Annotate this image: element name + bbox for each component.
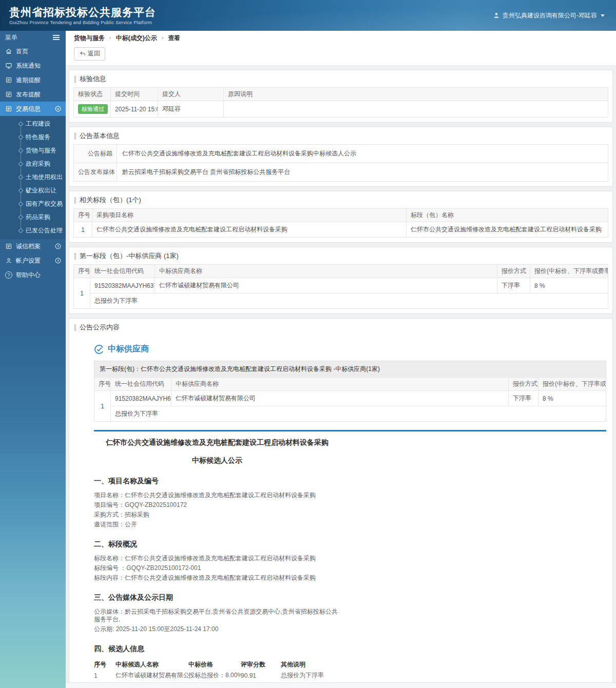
verify-person-cell: 邓廷容 bbox=[158, 101, 224, 117]
document-icon bbox=[5, 76, 12, 84]
table-header-row: 序号 统一社会信用代码 中标供应商名称 报价方式 报价(中标价、下浮率或费率) bbox=[74, 265, 608, 278]
col-header: 提交人 bbox=[158, 88, 224, 101]
archive-icon bbox=[5, 243, 12, 250]
quote-method-cell: 下浮率 bbox=[497, 278, 530, 293]
doc-section-1-heading: 一、项目名称及编号 bbox=[94, 477, 340, 486]
sidebar-item-help-center[interactable]: ? 帮助中心 bbox=[0, 268, 66, 282]
cand-note: 总报价为下浮率 bbox=[281, 670, 340, 681]
sidebar-subitem-gov-procurement[interactable]: 政府采购 bbox=[0, 157, 66, 170]
breadcrumb: 货物与服务 › 中标(成交)公示 › 查看 bbox=[66, 31, 616, 44]
caret-down-icon bbox=[601, 14, 605, 17]
col-header: 原因说明 bbox=[224, 88, 608, 101]
sidebar-item-label: 系统通知 bbox=[16, 62, 62, 70]
verify-time-cell: 2025-11-20 15:06 bbox=[111, 101, 158, 117]
panel-basic-info: 公告基本信息 公告标题 仁怀市公共交通设施维修改造及充电桩配套建设工程启动材料设… bbox=[69, 127, 613, 187]
cand-score: 90.91 bbox=[241, 670, 281, 681]
section-title-text: 第一标段（包）-中标供应商 (1家) bbox=[80, 251, 179, 261]
user-menu[interactable]: 贵州弘典建设咨询有限公司-邓廷容 bbox=[493, 11, 605, 20]
col-header: 评审分数 bbox=[241, 659, 281, 670]
chevron-right-circle-icon bbox=[54, 257, 62, 264]
sidebar-subitem-engineering[interactable]: 工程建设 bbox=[0, 117, 66, 130]
inner-table-caption: 第一标段(包)：仁怀市公共交通设施维修改造及充电桩配套建设工程启动材料设备采购 … bbox=[94, 361, 606, 377]
col-header: 序号 bbox=[94, 378, 111, 391]
inner-winner-table: 序号 统一社会信用代码 中标供应商名称 报价方式 报价(中标价、下浮率或费率) … bbox=[94, 377, 606, 422]
sidebar-subitem-special-services[interactable]: 特色服务 bbox=[0, 130, 66, 144]
section-marker bbox=[74, 253, 76, 260]
inner-winner-block: 第一标段(包)：仁怀市公共交通设施维修改造及充电桩配套建设工程启动材料设备采购 … bbox=[94, 361, 606, 422]
section-title-basic: 公告基本信息 bbox=[73, 129, 608, 144]
cand-name: 仁怀市诚硕建材贸易有限公司 bbox=[116, 670, 188, 681]
back-button-label: 返回 bbox=[88, 49, 100, 58]
doc-line: 采购方式：招标采购 bbox=[94, 511, 340, 519]
hamburger-icon[interactable] bbox=[53, 35, 60, 40]
sidebar-item-credit-archive[interactable]: 诚信档案 bbox=[0, 239, 66, 253]
sidebar-item-account-settings[interactable]: 帐户设置 bbox=[0, 253, 66, 268]
winner-supplier-heading: 中标供应商 bbox=[94, 344, 608, 355]
field-label: 公告标题 bbox=[74, 145, 117, 163]
table-header-row: 序号 统一社会信用代码 中标供应商名称 报价方式 报价(中标价、下浮率或费率) bbox=[94, 378, 606, 391]
field-value: 仁怀市公共交通设施维修改造及充电桩配套建设工程启动材料设备采购中标候选人公示 bbox=[117, 145, 608, 163]
sidebar-item-label: 逾期提醒 bbox=[16, 76, 62, 85]
row-index-cell: 1 bbox=[74, 222, 92, 238]
sidebar-subitem-mining-rights[interactable]: 矿业权出让 bbox=[0, 184, 66, 197]
sidebar-subitem-drug-procurement[interactable]: 药品采购 bbox=[0, 210, 66, 224]
sidebar-subitem-state-property[interactable]: 国有产权交易 bbox=[0, 197, 66, 210]
doc-line: 标段内容：仁怀市公共交通设施维修改造及充电桩配套建设工程启动材料设备采购 bbox=[94, 574, 340, 582]
sidebar-item-trade-info[interactable]: 交易信息 bbox=[0, 102, 66, 116]
status-badge: 核验通过 bbox=[78, 104, 108, 114]
quote-value-cell: 8 % bbox=[530, 278, 608, 293]
basic-info-table: 公告标题 仁怀市公共交通设施维修改造及充电桩配套建设工程启动材料设备采购中标候选… bbox=[73, 144, 608, 182]
sidebar-item-overdue-reminder[interactable]: 逾期提醒 bbox=[0, 73, 66, 87]
table-row: 公告发布媒体 黔云招采电子招标采购交易平台 贵州省招标投标公共服务平台 bbox=[74, 163, 608, 182]
doc-line: 公示期: 2025-11-20 15:00至2025-11-24 17:00 bbox=[94, 625, 340, 633]
chevron-right-circle-icon bbox=[54, 243, 62, 250]
question-circle-icon: ? bbox=[5, 271, 12, 279]
col-header: 中标供应商名称 bbox=[155, 265, 497, 278]
top-header: 贵州省招标投标公共服务平台 GuiZhou Province Tendering… bbox=[0, 0, 616, 31]
col-header: 统一社会信用代码 bbox=[111, 378, 171, 391]
sidebar-menu-header: 菜单 bbox=[0, 31, 66, 44]
breadcrumb-separator: › bbox=[162, 34, 164, 41]
section-marker bbox=[74, 324, 76, 331]
section-title-text: 公告公示内容 bbox=[80, 323, 120, 332]
table-row: 1 仁怀市诚硕建材贸易有限公司 投标总报价：8.00% 90.91 总报价为下浮… bbox=[94, 670, 340, 681]
doc-line: 项目编号：GQQY-ZB2025100172 bbox=[94, 501, 340, 509]
row-index-cell: 1 bbox=[74, 278, 90, 309]
row-index-cell: 1 bbox=[94, 391, 111, 422]
chevron-down-circle-icon bbox=[54, 105, 62, 112]
table-row: 总报价为下浮率 bbox=[74, 293, 608, 309]
col-header: 标段（包）名称 bbox=[407, 209, 608, 222]
sidebar-item-label: 帮助中心 bbox=[16, 271, 62, 280]
table-row: 1 91520382MAAJYH6373 仁怀市诚硕建材贸易有限公司 下浮率 8… bbox=[74, 278, 608, 293]
supplier-name-cell: 仁怀市诚硕建材贸易有限公司 bbox=[171, 391, 509, 406]
sidebar-item-home[interactable]: 首页 bbox=[0, 44, 66, 58]
col-header: 核验状态 bbox=[74, 88, 111, 101]
sidebar-item-notifications[interactable]: 系统通知 bbox=[0, 58, 66, 73]
verify-reason-cell bbox=[224, 101, 608, 117]
doc-line: 邀请范围：公开 bbox=[94, 521, 340, 528]
doc-line: 项目名称：仁怀市公共交通设施维修改造及充电桩配套建设工程启动材料设备采购 bbox=[94, 492, 340, 499]
menu-label: 菜单 bbox=[5, 33, 17, 42]
verify-table: 核验状态 提交时间 提交人 原因说明 核验通过 2025-11-20 15:06… bbox=[73, 87, 608, 117]
person-icon bbox=[5, 257, 12, 264]
sidebar-item-label: 交易信息 bbox=[16, 105, 51, 113]
sidebar-subitem-goods-services[interactable]: 货物与服务 bbox=[0, 144, 66, 157]
sidebar-subitem-published-notices[interactable]: 已发公告处理 bbox=[0, 224, 66, 237]
sidebar-item-publish-reminder[interactable]: 发布提醒 bbox=[0, 87, 66, 102]
notice-document: 仁怀市公共交通设施维修改造及充电桩配套建设工程启动材料设备采购 中标候选人公示 … bbox=[94, 438, 340, 688]
table-header-row: 序号 中标候选人名称 中标价格 评审分数 其他说明 bbox=[94, 659, 340, 670]
section-marker bbox=[74, 197, 76, 204]
col-header: 序号 bbox=[94, 659, 116, 670]
sidebar-subitem-land-rights[interactable]: 土地使用权出让 bbox=[0, 170, 66, 184]
back-button[interactable]: 返回 bbox=[74, 47, 105, 61]
quote-method-cell: 下浮率 bbox=[509, 391, 538, 406]
section-marker bbox=[74, 133, 76, 140]
home-icon bbox=[5, 48, 12, 55]
col-header: 中标候选人名称 bbox=[116, 659, 188, 670]
panel-notice-content: 公告公示内容 中标供应商 第一标段(包)：仁怀市公共交通设施维修改造及充电桩配套… bbox=[69, 318, 613, 688]
panel-verify-info: 核验信息 核验状态 提交时间 提交人 原因说明 核验通过 2025-11-20 … bbox=[69, 70, 613, 123]
col-header: 采购项目名称 bbox=[92, 209, 407, 222]
col-header: 统一社会信用代码 bbox=[90, 265, 155, 278]
panel-winner-supplier: 第一标段（包）-中标供应商 (1家) 序号 统一社会信用代码 中标供应商名称 报… bbox=[69, 247, 613, 314]
section-title-verify: 核验信息 bbox=[73, 72, 608, 87]
